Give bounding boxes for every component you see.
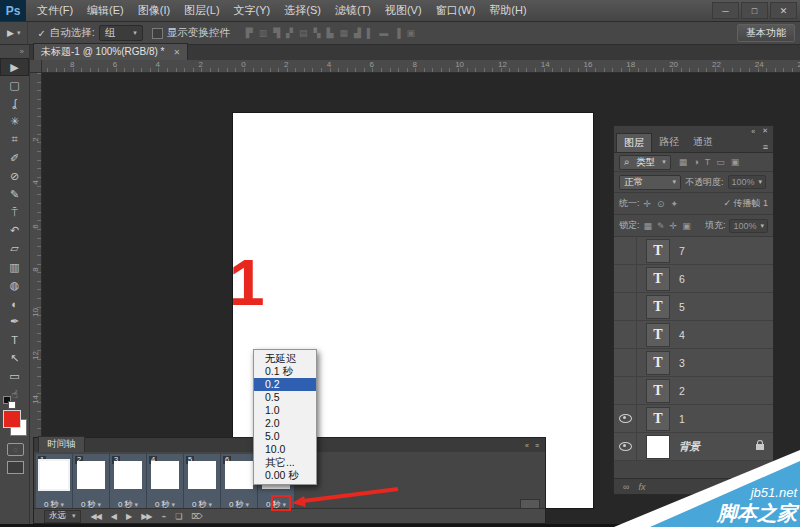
dodge-tool[interactable]: ◐ <box>0 294 29 312</box>
delay-menu-item[interactable]: 1.0 <box>254 404 316 417</box>
unify-style-icon[interactable]: ✦ <box>671 199 679 209</box>
lock-all-icon[interactable]: ▣ <box>682 221 691 231</box>
document-tab[interactable]: 未标题-1 @ 100%(RGB/8) * ✕ <box>33 43 188 60</box>
panel-tab[interactable]: 路径 <box>652 133 686 152</box>
menubar-item[interactable]: 视图(V) <box>378 0 429 21</box>
swap-colors-icon[interactable] <box>8 401 16 409</box>
frame-thumbnail[interactable] <box>225 461 253 489</box>
clone-stamp-tool[interactable]: ⍑ <box>0 204 29 222</box>
minimize-button[interactable]: ─ <box>712 2 739 19</box>
quick-mask-button[interactable]: ◌ <box>7 443 24 456</box>
align-icon[interactable]: ▟ <box>354 28 361 38</box>
pen-tool[interactable]: ✒ <box>0 313 29 331</box>
unify-position-icon[interactable]: ✛ <box>644 199 652 209</box>
layer-thumbnail[interactable]: T <box>646 295 670 319</box>
gradient-tool[interactable]: ▥ <box>0 258 29 276</box>
delay-menu-item[interactable]: 其它... <box>254 456 316 469</box>
menubar-item[interactable]: 图像(I) <box>131 0 177 21</box>
align-icon[interactable]: ▦ <box>339 28 348 38</box>
align-icon[interactable]: ▐ <box>394 28 400 38</box>
unify-visibility-icon[interactable]: ⊙ <box>657 199 665 209</box>
layer-thumbnail[interactable]: T <box>646 323 670 347</box>
auto-select-dropdown[interactable]: 组 ▾ <box>99 25 143 41</box>
align-icon[interactable]: ▣ <box>407 28 416 38</box>
lock-position-icon[interactable]: ✛ <box>670 221 678 231</box>
frame-thumbnail[interactable] <box>77 461 105 489</box>
play-button[interactable]: ▶ <box>126 512 131 521</box>
align-icon[interactable]: ▌ <box>367 28 373 38</box>
filter-adjustment-layers-icon[interactable]: ◑ <box>693 157 698 167</box>
close-button[interactable]: ✕ <box>770 2 797 19</box>
layer-thumbnail[interactable]: T <box>646 239 670 263</box>
tween-button[interactable]: ⌁ <box>161 512 165 521</box>
layer-visibility-toggle[interactable] <box>614 237 637 264</box>
workspace-button[interactable]: 基本功能 <box>737 24 795 42</box>
next-frame-button[interactable]: ▶▶ <box>141 512 151 521</box>
menubar-item[interactable]: 窗口(W) <box>429 0 483 21</box>
layer-row[interactable]: T 5 <box>614 293 773 321</box>
frame-thumbnail[interactable] <box>40 461 68 489</box>
layer-visibility-toggle[interactable] <box>614 405 637 432</box>
layer-visibility-toggle[interactable] <box>614 321 637 348</box>
frame-thumbnail[interactable] <box>114 461 142 489</box>
menubar-item[interactable]: 编辑(E) <box>80 0 131 21</box>
opacity-value[interactable]: 100% ▾ <box>728 175 767 189</box>
panel-menu-icon[interactable]: ≡ <box>758 142 773 152</box>
delay-menu-item[interactable]: 0.2 <box>254 378 316 391</box>
previous-frame-button[interactable]: ◀ <box>111 512 116 521</box>
duplicate-frame-button[interactable]: ❏ <box>175 512 181 521</box>
type-tool[interactable]: T <box>0 331 29 349</box>
healing-brush-tool[interactable]: ⊘ <box>0 167 29 185</box>
panel-tab[interactable]: 图层 <box>616 133 652 152</box>
align-icon[interactable]: ▛ <box>246 28 253 38</box>
delay-menu-item[interactable]: 2.0 <box>254 417 316 430</box>
show-transform-checkbox[interactable] <box>152 28 163 39</box>
filter-kind-dropdown[interactable]: ⌕ 类型 ▾ <box>619 155 671 170</box>
crop-tool[interactable]: ⌗ <box>0 131 29 149</box>
layer-visibility-toggle[interactable] <box>614 377 637 404</box>
layer-thumbnail[interactable]: T <box>646 351 670 375</box>
first-frame-button[interactable]: ◀◀ <box>91 512 101 521</box>
layer-thumbnail[interactable]: T <box>646 379 670 403</box>
lock-image-pixels-icon[interactable]: ✎ <box>657 221 665 231</box>
layer-row[interactable]: T 2 <box>614 377 773 405</box>
animation-frame[interactable]: 2 0 秒▾ <box>73 454 110 512</box>
menubar-item[interactable]: 选择(S) <box>277 0 328 21</box>
align-icon[interactable]: ▞ <box>286 28 293 38</box>
delay-menu-item[interactable]: 0.5 <box>254 391 316 404</box>
animation-frame[interactable]: 3 0 秒▾ <box>110 454 147 512</box>
fill-value[interactable]: 100% ▾ <box>729 219 768 233</box>
menubar-item[interactable]: 文字(Y) <box>227 0 278 21</box>
tool-preset-picker[interactable]: ▶ ▾ <box>0 22 28 44</box>
foreground-color-swatch[interactable] <box>3 410 21 428</box>
loop-count-dropdown[interactable]: 永远 ▾ <box>44 510 81 523</box>
lasso-tool[interactable]: ʆ <box>0 94 29 112</box>
menubar-item[interactable]: 滤镜(T) <box>328 0 378 21</box>
filter-pixel-layers-icon[interactable]: ▦ <box>679 157 688 167</box>
align-icon[interactable]: ▬ <box>379 28 388 38</box>
delay-menu-item[interactable]: 10.0 <box>254 443 316 456</box>
history-brush-tool[interactable]: ↶ <box>0 222 29 240</box>
rectangle-tool[interactable]: ▭ <box>0 367 29 385</box>
delay-menu-item[interactable]: 0.1 秒 <box>254 365 316 378</box>
filter-type-layers-icon[interactable]: T <box>705 157 711 167</box>
delay-menu-item[interactable]: 0.00 秒 <box>254 469 316 482</box>
maximize-button[interactable]: □ <box>741 2 768 19</box>
frame-thumbnail[interactable] <box>188 461 216 489</box>
auto-select-checkbox[interactable]: ✓ <box>37 28 45 39</box>
animation-frame[interactable]: 4 0 秒▾ <box>147 454 184 512</box>
blur-tool[interactable]: ◍ <box>0 276 29 294</box>
lock-transparent-pixels-icon[interactable]: ▦ <box>644 221 653 231</box>
frame-thumbnail[interactable] <box>151 461 179 489</box>
layer-visibility-toggle[interactable] <box>614 293 637 320</box>
collapse-panel-icon[interactable]: « <box>751 128 755 135</box>
layer-row[interactable]: T 3 <box>614 349 773 377</box>
brush-tool[interactable]: ✎ <box>0 185 29 203</box>
layer-visibility-toggle[interactable] <box>614 349 637 376</box>
layer-row[interactable]: T 1 <box>614 405 773 433</box>
layer-thumbnail[interactable]: T <box>646 267 670 291</box>
panel-menu-icon[interactable]: ≡ <box>535 442 539 449</box>
menubar-item[interactable]: 帮助(H) <box>482 0 533 21</box>
align-icon[interactable]: ▙ <box>326 28 333 38</box>
panel-tab[interactable]: 通道 <box>686 133 720 152</box>
